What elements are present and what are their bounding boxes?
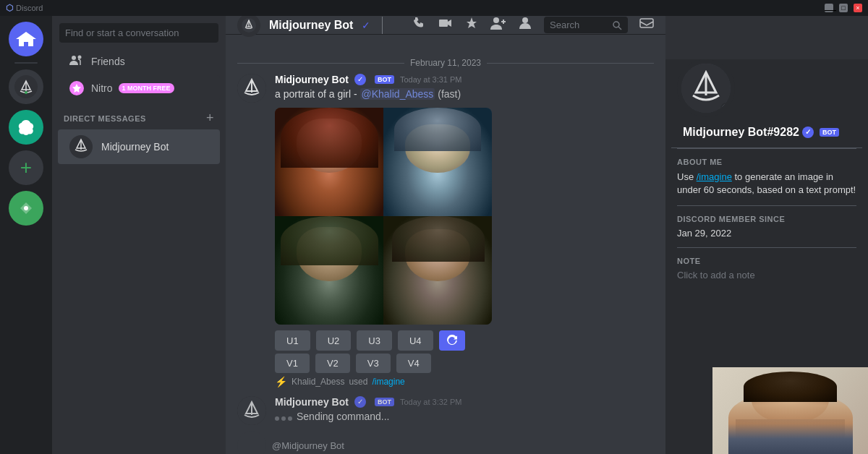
member-since-section: DISCORD MEMBER SINCE Jan 29, 2022	[665, 206, 868, 247]
refresh-button[interactable]	[439, 330, 465, 351]
sending-header: Midjourney Bot ✓ BOT Today at 3:32 PM	[275, 396, 654, 408]
dm-item-midjourney[interactable]: Midjourney Bot	[58, 129, 220, 164]
close-btn[interactable]: ×	[854, 4, 862, 12]
search-bar-container[interactable]	[52, 16, 226, 48]
svg-rect-11	[439, 20, 448, 27]
title-text: Discord	[16, 4, 43, 12]
profile-verified-tick: ✓	[802, 127, 814, 138]
search-icon	[612, 20, 622, 30]
channel-name: Midjourney Bot	[269, 19, 353, 32]
pin-icon[interactable]	[464, 16, 479, 34]
command-icon: ⚡	[275, 376, 287, 387]
msg-avatar-1	[237, 74, 266, 103]
partial-avatar	[237, 431, 266, 454]
dot-2	[281, 416, 286, 421]
chatgpt-server-icon[interactable]	[9, 110, 43, 145]
sending-author: Midjourney Bot	[275, 396, 349, 408]
nitro-label: Nitro	[91, 82, 113, 94]
member-since-date: Jan 29, 2022	[677, 228, 856, 239]
v1-button[interactable]: V1	[275, 354, 310, 373]
home-button[interactable]	[9, 22, 43, 56]
friends-nav-item[interactable]: Friends	[58, 49, 220, 74]
v2-button[interactable]: V2	[315, 354, 350, 373]
inbox-icon[interactable]	[639, 16, 654, 34]
image-cell-4	[383, 216, 492, 325]
video-thumbnail	[712, 367, 868, 454]
about-me-title: ABOUT ME	[677, 158, 856, 166]
date-divider: February 11, 2023	[237, 58, 654, 68]
command-name: /imagine	[372, 377, 404, 387]
u3-button[interactable]: U3	[357, 330, 392, 351]
profile-header-area	[665, 16, 868, 88]
u1-button[interactable]: U1	[275, 330, 310, 351]
image-cell-1	[275, 108, 383, 216]
verified-icon: ✓	[362, 20, 370, 31]
message-group-1: Midjourney Bot ✓ BOT Today at 3:31 PM a …	[237, 74, 654, 373]
dot-3	[288, 416, 292, 421]
server-sidebar: +	[0, 0, 52, 454]
dot-1	[275, 416, 279, 421]
profile-icon[interactable]	[518, 16, 532, 34]
msg-text-content: a portrait of a girl -	[275, 88, 360, 100]
v4-button[interactable]: V4	[396, 354, 431, 373]
add-server-button[interactable]: +	[9, 150, 43, 185]
dm-avatar-midjourney	[69, 135, 93, 158]
svg-point-4	[24, 206, 28, 210]
profile-banner	[665, 16, 868, 59]
sending-time: Today at 3:32 PM	[400, 398, 462, 406]
u4-button[interactable]: U4	[398, 330, 433, 351]
add-member-icon[interactable]	[490, 17, 506, 33]
msg-author-1: Midjourney Bot	[275, 74, 349, 85]
member-since-title: DISCORD MEMBER SINCE	[677, 215, 856, 223]
svg-line-17	[618, 27, 621, 30]
sending-verified: ✓	[354, 396, 366, 408]
main-chat-area: Midjourney Bot ✓	[226, 0, 665, 454]
svg-point-2	[25, 91, 27, 94]
channel-avatar	[237, 14, 260, 37]
direct-messages-label: DIRECT MESSAGES	[64, 114, 146, 123]
dm-name-midjourney: Midjourney Bot	[101, 141, 169, 153]
profile-name: Midjourney Bot#9282 ✓ BOT	[683, 126, 851, 139]
about-me-section: ABOUT ME Use /imagine to generate an ima…	[665, 149, 868, 205]
note-title: NOTE	[677, 257, 856, 265]
header-search-bar[interactable]	[544, 17, 628, 33]
profile-username: Midjourney Bot#9282	[683, 126, 799, 139]
msg-text-1: a portrait of a girl - @Khalid_Abess (fa…	[275, 87, 654, 102]
video-content	[712, 367, 868, 454]
msg-fast-tag: (fast)	[435, 88, 461, 100]
nitro-badge: 1 MONTH FREE	[119, 83, 174, 93]
maximize-btn[interactable]: □	[839, 4, 848, 12]
imagine-highlight: /imagine	[697, 171, 732, 182]
nitro-icon	[69, 81, 84, 95]
msg-time-1: Today at 3:31 PM	[400, 75, 462, 84]
note-placeholder[interactable]: Click to add a note	[677, 270, 856, 280]
discover-icon[interactable]	[9, 191, 43, 226]
window-controls: — □ ×	[825, 4, 862, 12]
minimize-btn[interactable]: —	[825, 4, 833, 12]
header-search-input[interactable]	[550, 20, 608, 30]
image-grid	[275, 108, 492, 325]
video-icon[interactable]	[438, 16, 453, 34]
profile-status-dot	[720, 103, 732, 114]
server-separator	[14, 62, 38, 64]
action-buttons-row2: V1 V2 V3 V4	[275, 354, 492, 373]
boat-server-icon[interactable]	[9, 69, 43, 104]
person-overlay	[728, 393, 853, 454]
v3-button[interactable]: V3	[356, 354, 391, 373]
titlebar: ⬡ Discord — □ ×	[0, 0, 868, 16]
used-command: ⚡ Khalid_Abess used /imagine	[275, 376, 654, 387]
svg-point-15	[522, 17, 528, 23]
header-divider	[382, 17, 383, 34]
add-dm-button[interactable]: +	[206, 111, 214, 126]
u2-button[interactable]: U2	[316, 330, 352, 351]
svg-point-6	[78, 56, 82, 59]
call-icon[interactable]	[412, 16, 427, 34]
bot-verified-tick: ✓	[354, 74, 366, 85]
search-input[interactable]	[59, 23, 218, 43]
nitro-nav-item[interactable]: Nitro 1 MONTH FREE	[58, 75, 220, 101]
sending-dots-container: Sending command...	[275, 409, 654, 424]
sending-content: Midjourney Bot ✓ BOT Today at 3:32 PM Se…	[275, 396, 654, 424]
svg-point-12	[493, 17, 499, 23]
command-used-text: used	[349, 377, 367, 387]
sending-text: Sending command...	[297, 409, 389, 424]
